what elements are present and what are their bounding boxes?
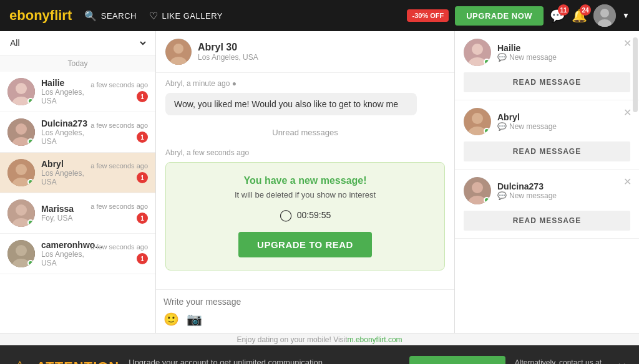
svg-point-1 [600,9,609,17]
read-message-dulcina-button[interactable]: READ MESSAGE [464,211,630,231]
messages-badge: 11 [558,4,569,16]
online-dot [27,138,34,145]
online-dot [484,197,490,203]
notif-avatar-hailie [464,39,491,66]
footer-link[interactable]: m.ebonyflirt.com [348,335,402,344]
attention-bar-close[interactable]: ✕ [617,360,627,364]
conv-avatar-marissa [7,199,35,227]
svg-point-10 [16,164,27,175]
logo[interactable]: ebonyflirt [9,7,72,24]
notif-card-hailie: ✕ Hailie 💬 New message READ MESSAGE [455,31,639,100]
chevron-down-icon[interactable]: ▼ [622,11,630,20]
svg-point-7 [16,123,27,135]
conv-item-cameron[interactable]: cameronhwo... Los Angeles, USA a few sec… [0,234,155,274]
conv-meta-dulcina: a few seconds ago 1 [90,122,148,143]
upgrade-now-header-button[interactable]: UPGRADE NOW [455,6,544,26]
conv-info-hailie: Hailie Los Angeles, USA [41,78,84,105]
read-message-hailie-button[interactable]: READ MESSAGE [464,72,630,92]
footer-text: Enjoy dating on your mobile! Visit [237,335,347,344]
header-right: -30% OFF UPGRADE NOW 💬 11 🔔 24 ▼ [407,4,630,27]
camera-icon[interactable]: 📷 [187,312,202,327]
conv-location-cameron: Los Angeles, USA [41,250,84,267]
conv-location-dulcina: Los Angeles, USA [41,128,84,146]
conv-time-cameron: a few seconds ago [90,243,148,251]
conv-name-dulcina: Dulcina273 [41,118,84,128]
discount-badge: -30% OFF [407,9,449,22]
emoji-icon[interactable]: 🙂 [163,312,179,327]
svg-point-28 [472,182,483,193]
msg2-timestamp: Abryl, a few seconds ago [165,148,445,157]
warning-icon: ⚠ [12,358,27,365]
chat-header: Abryl 30 Los Angeles, USA [156,31,454,73]
new-msg-title: You have a new message! [178,175,432,186]
conv-item-marissa[interactable]: Marissa Foy, USA a few seconds ago 1 [0,193,155,234]
notif-sub-hailie: 💬 New message [497,53,557,62]
notif-close-abryl[interactable]: ✕ [623,107,632,118]
online-dot [27,98,34,104]
conv-name-abryl: Abryl [41,159,84,169]
notif-info-dulcina: Dulcina273 💬 New message [497,181,557,200]
search-nav-item[interactable]: 🔍 SEARCH [84,10,137,22]
conv-items: Hailie Los Angeles, USA a few seconds ag… [0,72,155,333]
svg-point-13 [16,204,27,216]
bell-notif[interactable]: 🔔 24 [572,8,587,23]
message-bubble-icon: 💬 [497,122,507,131]
upgrade-now-bar-button[interactable]: UPGRADE NOW [409,356,505,364]
notif-name-abryl: Abryl [497,112,557,122]
notif-name-hailie: Hailie [497,43,557,53]
msg1-timestamp: Abryl, a minute ago ● [165,79,445,88]
conversation-list: All Today Hailie Los Angeles, USA a few … [0,31,156,333]
filter-select[interactable]: All [7,37,148,49]
right-panel: ✕ Hailie 💬 New message READ MESSAGE [455,31,639,333]
conv-meta-marissa: a few seconds ago 1 [90,203,148,224]
conv-item-dulcina[interactable]: Dulcina273 Los Angeles, USA a few second… [0,112,155,153]
conv-item-hailie[interactable]: Hailie Los Angeles, USA a few seconds ag… [0,72,155,112]
new-msg-sub: It will be deleted if you show no intere… [178,190,432,199]
online-dot [27,260,34,266]
notif-card-top-hailie: Hailie 💬 New message [464,39,630,66]
header: ebonyflirt 🔍 SEARCH ♡ LIKE GALLERY -30% … [0,0,639,31]
date-divider: Today [0,55,155,72]
conv-info-dulcina: Dulcina273 Los Angeles, USA [41,118,84,146]
conv-location-marissa: Foy, USA [41,214,84,223]
notif-info-hailie: Hailie 💬 New message [497,43,557,62]
chat-recipient-location: Los Angeles, USA [198,53,258,62]
upgrade-message-card: You have a new message! It will be delet… [165,162,445,271]
attention-desc-line1: Upgrade your account to get unlimited co… [129,358,400,364]
logo-text-eb: eb [9,7,26,23]
footer-bar: Enjoy dating on your mobile! Visit m.ebo… [0,333,639,345]
attention-bar: ⚠ ATTENTION Upgrade your account to get … [0,345,639,364]
timer-row: ◯ 00:59:55 [178,208,432,222]
read-message-abryl-button[interactable]: READ MESSAGE [464,141,630,161]
notif-card-dulcina: ✕ Dulcina273 💬 New message READ MESSAGE [455,170,639,239]
svg-point-19 [173,44,183,54]
timer-value: 00:59:55 [297,210,331,220]
notif-sub-abryl: 💬 New message [497,122,557,131]
conv-avatar-abryl [7,159,35,186]
conv-avatar-hailie [7,78,35,105]
contact-info: Alternatively, contact us at 1-800-961-4… [515,358,602,364]
clock-icon: ◯ [280,208,292,222]
notif-card-abryl: ✕ Abryl 💬 New message READ MESSAGE [455,100,639,170]
unread-badge-dulcina: 1 [137,132,148,143]
unread-badge-cameron: 1 [137,253,148,264]
online-dot [27,179,34,185]
conv-meta-hailie: a few seconds ago 1 [90,81,148,102]
chat-message-input[interactable] [163,297,447,307]
upgrade-to-read-button[interactable]: UPGRADE TO READ [238,232,372,257]
bell-badge: 24 [580,4,591,16]
like-gallery-nav-item[interactable]: ♡ LIKE GALLERY [149,10,223,22]
conv-name-marissa: Marissa [41,204,84,214]
main-container: All Today Hailie Los Angeles, USA a few … [0,31,639,333]
logo-highlight: o [26,7,34,23]
conv-name-hailie: Hailie [41,78,84,88]
user-avatar-header[interactable] [593,4,616,27]
notif-info-abryl: Abryl 💬 New message [497,112,557,131]
conv-item-abryl[interactable]: Abryl Los Angeles, USA a few seconds ago… [0,153,155,193]
svg-point-25 [472,113,483,124]
conv-time-hailie: a few seconds ago [90,81,148,89]
notif-close-hailie[interactable]: ✕ [623,37,632,49]
messages-notif[interactable]: 💬 11 [550,8,565,23]
notif-close-dulcina[interactable]: ✕ [623,176,632,188]
conv-name-cameron: cameronhwo... [41,240,84,250]
